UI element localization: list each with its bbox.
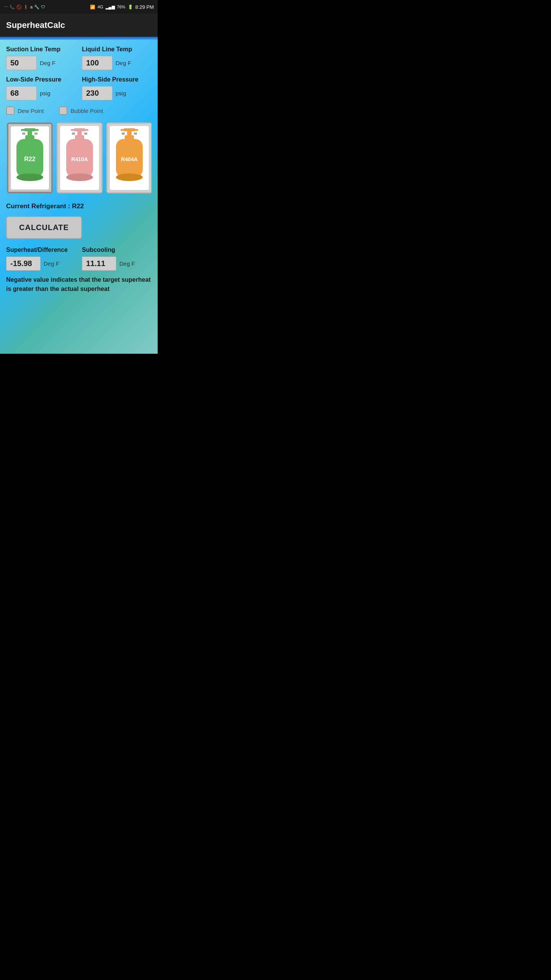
svg-rect-21 <box>121 129 125 131</box>
blocked-icon: 🚫 <box>16 5 22 10</box>
suction-unit-label: Deg F <box>40 60 55 66</box>
superheat-group: Superheat/Difference -15.98 Deg F <box>6 247 76 271</box>
high-pressure-input-row: psig <box>82 86 152 100</box>
svg-rect-24 <box>122 132 125 135</box>
current-refrigerant-label: Current Refrigerant : R22 <box>6 203 152 210</box>
svg-rect-20 <box>124 128 135 131</box>
wifi-icon: 📶 <box>90 5 95 10</box>
refrigerant-card-r404a[interactable]: R404A <box>106 122 152 193</box>
liquid-unit-label: Deg F <box>116 60 131 66</box>
svg-text:R404A: R404A <box>121 156 138 162</box>
bubble-point-label: Bubble Point <box>70 108 103 114</box>
menu-icon: ⋯ <box>4 5 8 10</box>
r22-tank-svg: R22 <box>13 127 47 189</box>
dew-point-item[interactable]: Dew Point <box>6 106 44 115</box>
app-title: SuperheatCalc <box>6 20 65 30</box>
suction-line-group: Suction Line Temp Deg F <box>6 46 76 70</box>
svg-rect-1 <box>21 129 26 131</box>
shield-icon: 🛡 <box>41 5 45 9</box>
low-pressure-input-row: psig <box>6 86 76 100</box>
suction-input-row: Deg F <box>6 56 76 70</box>
pressure-row: Low-Side Pressure psig High-Side Pressur… <box>6 76 152 100</box>
svg-rect-11 <box>71 129 75 131</box>
phone-icon: 📞 <box>10 5 15 10</box>
low-pressure-input[interactable] <box>6 86 37 100</box>
svg-point-8 <box>16 173 43 181</box>
superheat-value: -15.98 <box>6 256 41 271</box>
app-bar: SuperheatCalc <box>0 14 158 37</box>
battery-icon: 🔋 <box>128 5 133 10</box>
battery-level: 76% <box>117 5 126 9</box>
r404a-tank-svg: R404A <box>112 127 147 189</box>
note-text: Negative value indicates that the target… <box>6 275 152 294</box>
high-side-label: High-Side Pressure <box>82 76 152 83</box>
status-right: 📶 4G ▂▄▆ 76% 🔋 8:29 PM <box>90 4 154 10</box>
svg-text:R22: R22 <box>24 156 35 162</box>
liquid-temp-input[interactable] <box>82 56 112 70</box>
subcooling-label: Subcooling <box>82 247 152 253</box>
svg-rect-23 <box>127 131 132 135</box>
subcooling-value: 11.11 <box>82 256 116 271</box>
calculate-button[interactable]: CALCULATE <box>6 216 82 239</box>
status-time: 8:29 PM <box>135 4 154 10</box>
r404a-tank-wrapper: R404A <box>110 126 149 190</box>
liquid-input-row: Deg F <box>82 56 152 70</box>
main-content: Suction Line Temp Deg F Liquid Line Temp… <box>0 40 158 354</box>
refrigerant-scroll[interactable]: R22 R410A <box>6 121 152 195</box>
refrigerant-card-r22[interactable]: R22 <box>7 122 53 193</box>
r410a-tank-wrapper: R410A <box>60 126 99 190</box>
superheat-input-row: -15.98 Deg F <box>6 256 76 271</box>
r22-tank-wrapper: R22 <box>11 126 49 189</box>
svg-point-28 <box>116 173 143 181</box>
suction-line-label: Suction Line Temp <box>6 46 76 53</box>
subcooling-input-row: 11.11 Deg F <box>82 256 152 271</box>
status-icons: ⋯ 📞 🚫 🚶 a 🔧 🛡 <box>4 5 45 10</box>
bubble-point-item[interactable]: Bubble Point <box>59 106 103 115</box>
superheat-unit: Deg F <box>44 260 59 267</box>
svg-rect-5 <box>34 132 37 135</box>
svg-rect-3 <box>28 131 32 135</box>
status-left: ⋯ 📞 🚫 🚶 a 🔧 🛡 <box>4 5 45 10</box>
dew-point-label: Dew Point <box>18 108 44 114</box>
gradient-strip <box>0 37 158 40</box>
low-side-group: Low-Side Pressure psig <box>6 76 76 100</box>
svg-rect-22 <box>134 129 138 131</box>
checkbox-row: Dew Point Bubble Point <box>6 106 152 115</box>
suction-temp-input[interactable] <box>6 56 37 70</box>
amazon-icon: a <box>30 5 33 9</box>
dew-point-checkbox[interactable] <box>6 106 15 115</box>
status-bar: ⋯ 📞 🚫 🚶 a 🔧 🛡 📶 4G ▂▄▆ 76% 🔋 8:29 PM <box>0 0 158 14</box>
r410a-tank-svg: R410A <box>62 127 97 189</box>
low-pressure-unit: psig <box>40 90 51 96</box>
liquid-line-label: Liquid Line Temp <box>82 46 152 53</box>
svg-text:R410A: R410A <box>71 156 88 162</box>
svg-rect-10 <box>74 128 85 131</box>
temp-row: Suction Line Temp Deg F Liquid Line Temp… <box>6 46 152 70</box>
subcooling-group: Subcooling 11.11 Deg F <box>82 247 152 271</box>
subcooling-unit: Deg F <box>119 260 135 267</box>
refrigerant-card-r410a[interactable]: R410A <box>57 122 103 193</box>
svg-point-18 <box>66 173 93 181</box>
low-side-label: Low-Side Pressure <box>6 76 76 83</box>
svg-rect-4 <box>22 132 25 135</box>
svg-rect-13 <box>77 131 82 135</box>
high-pressure-input[interactable] <box>82 86 112 100</box>
svg-rect-0 <box>24 128 36 131</box>
superheat-label: Superheat/Difference <box>6 247 76 253</box>
4glte-icon: 4G <box>98 5 103 9</box>
svg-rect-14 <box>72 132 75 135</box>
high-pressure-unit: psig <box>116 90 126 96</box>
high-side-group: High-Side Pressure psig <box>82 76 152 100</box>
bubble-point-checkbox[interactable] <box>59 106 67 115</box>
svg-rect-2 <box>34 129 39 131</box>
person-icon: 🚶 <box>23 5 29 10</box>
svg-rect-15 <box>84 132 87 135</box>
svg-rect-12 <box>84 129 88 131</box>
signal-icon: ▂▄▆ <box>106 5 115 10</box>
svg-rect-25 <box>134 132 137 135</box>
tool-icon: 🔧 <box>34 5 39 10</box>
liquid-line-group: Liquid Line Temp Deg F <box>82 46 152 70</box>
results-row: Superheat/Difference -15.98 Deg F Subcoo… <box>6 247 152 271</box>
